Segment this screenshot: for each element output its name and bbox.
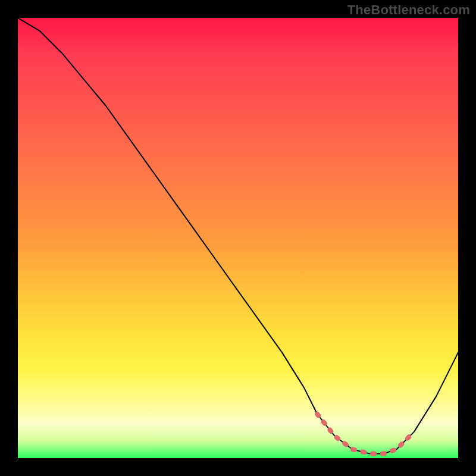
bottleneck-curve	[18, 18, 458, 454]
chart-frame: TheBottleneck.com	[0, 0, 476, 476]
curve-svg	[18, 18, 458, 458]
plot-area	[18, 18, 458, 458]
watermark-text: TheBottleneck.com	[347, 2, 470, 18]
optimal-region-highlight	[317, 414, 414, 454]
